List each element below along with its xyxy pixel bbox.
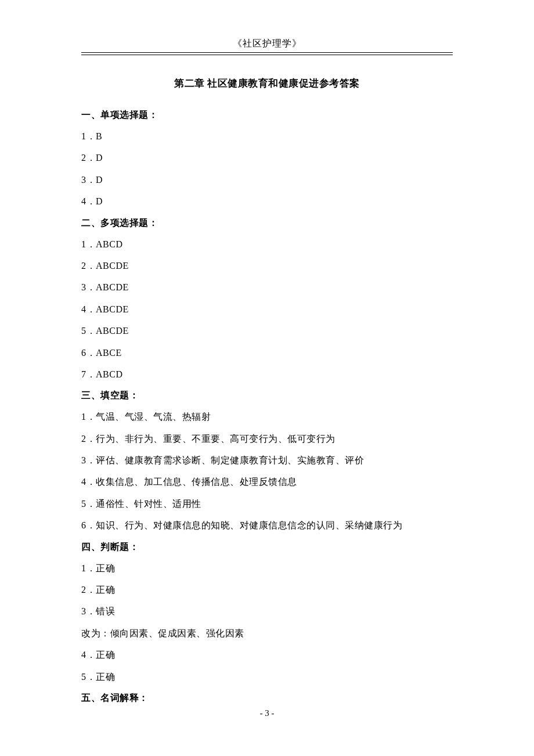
answer-item: 7．ABCD <box>81 368 453 381</box>
section-4-header: 四、判断题： <box>81 541 453 553</box>
document-header: 《社区护理学》 <box>81 38 453 50</box>
answer-item: 5．通俗性、针对性、适用性 <box>81 498 453 510</box>
section-5-header: 五、名词解释： <box>81 692 453 704</box>
chapter-title: 第二章 社区健康教育和健康促进参考答案 <box>81 77 453 90</box>
page-number: - 3 - <box>0 708 534 718</box>
answer-item: 3．ABCDE <box>81 281 453 294</box>
answer-item: 2．ABCDE <box>81 260 453 272</box>
answer-item: 6．ABCE <box>81 347 453 359</box>
answer-item: 4．收集信息、加工信息、传播信息、处理反馈信息 <box>81 476 453 488</box>
answer-item: 2．行为、非行为、重要、不重要、高可变行为、低可变行为 <box>81 433 453 445</box>
answer-item: 5．正确 <box>81 671 453 683</box>
section-1-header: 一、单项选择题： <box>81 109 453 121</box>
answer-item: 6．知识、行为、对健康信息的知晓、对健康信息信念的认同、采纳健康行为 <box>81 519 453 532</box>
page-content: 《社区护理学》 第二章 社区健康教育和健康促进参考答案 一、单项选择题： 1．B… <box>0 0 534 704</box>
answer-item: 4．ABCDE <box>81 303 453 316</box>
answer-item: 改为：倾向因素、促成因素、强化因素 <box>81 627 453 640</box>
answer-item: 3．D <box>81 174 453 186</box>
answer-item: 5．ABCDE <box>81 325 453 337</box>
section-2-header: 二、多项选择题： <box>81 217 453 229</box>
answer-item: 1．B <box>81 130 453 143</box>
answer-item: 2．D <box>81 152 453 164</box>
header-divider <box>81 52 453 55</box>
answer-item: 3．评估、健康教育需求诊断、制定健康教育计划、实施教育、评价 <box>81 454 453 467</box>
answer-item: 4．D <box>81 195 453 208</box>
answer-item: 3．错误 <box>81 605 453 618</box>
answer-item: 1．ABCD <box>81 238 453 251</box>
answer-item: 1．正确 <box>81 562 453 575</box>
answer-item: 4．正确 <box>81 649 453 661</box>
section-3-header: 三、填空题： <box>81 390 453 402</box>
answer-item: 2．正确 <box>81 584 453 596</box>
answer-item: 1．气温、气湿、气流、热辐射 <box>81 411 453 423</box>
